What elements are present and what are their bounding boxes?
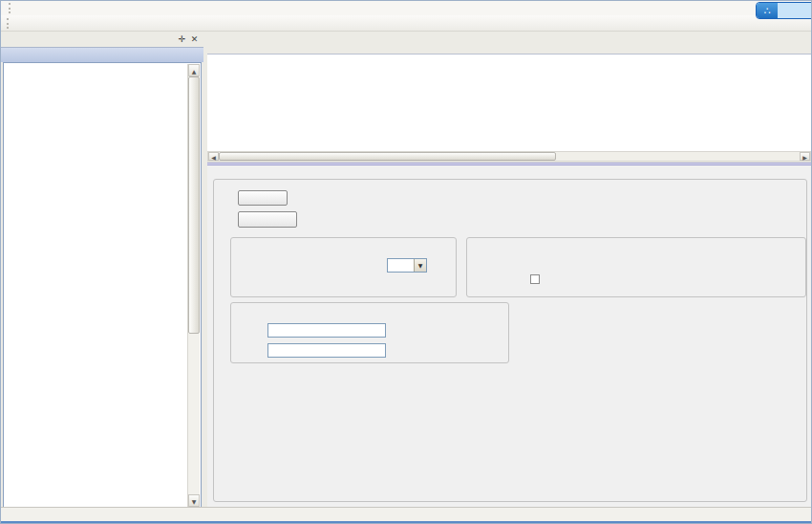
- filter-time-dropdown[interactable]: ▼: [387, 258, 427, 273]
- scroll-left-icon[interactable]: ◀: [208, 152, 219, 161]
- panel-header: ✛ ✕: [1, 32, 203, 47]
- hsc0-mode-input[interactable]: [267, 323, 386, 338]
- help-button[interactable]: [238, 190, 288, 206]
- hsc1-mode-input[interactable]: [267, 343, 386, 358]
- toolbar-grip: [7, 18, 10, 29]
- external-input-group: ▼: [230, 237, 457, 297]
- document-tab-strip: [207, 33, 811, 49]
- scroll-thumb[interactable]: [219, 152, 556, 161]
- drag-overlay-label: [778, 3, 812, 18]
- toolbar-grip: [9, 3, 11, 13]
- table-hscrollbar[interactable]: ◀ ▶: [207, 151, 811, 162]
- drag-overlay-button[interactable]: ∴: [756, 2, 812, 19]
- chevron-down-icon[interactable]: ▼: [414, 259, 426, 272]
- pin-icon[interactable]: ✛: [176, 34, 188, 44]
- external-output-group: [466, 237, 806, 297]
- close-icon[interactable]: ✕: [188, 34, 201, 44]
- main-toolbar: [1, 15, 811, 32]
- scroll-up-icon[interactable]: ▲: [188, 64, 200, 76]
- default-button[interactable]: [238, 211, 297, 228]
- hsc-group: [230, 302, 509, 363]
- scroll-thumb[interactable]: [188, 76, 200, 334]
- filter-time-value: [388, 259, 414, 272]
- project-tree: ▲ ▼: [3, 62, 202, 509]
- hardware-config-panel: ▼: [207, 165, 811, 507]
- tree-scrollbar[interactable]: ▲ ▼: [187, 64, 200, 507]
- project-manager-panel: ✛ ✕ ▲ ▼: [1, 32, 203, 509]
- tree-content: [5, 64, 187, 507]
- plc-software-window: ∴ ✛ ✕ ▲ ▼ ◀ ▶: [0, 0, 812, 524]
- share-icon: ∴: [757, 3, 778, 18]
- menu-bar: [1, 1, 811, 15]
- window-bottom-edge: [1, 521, 811, 523]
- scroll-right-icon[interactable]: ▶: [800, 152, 810, 161]
- scroll-track[interactable]: [556, 152, 800, 161]
- scroll-down-icon[interactable]: ▼: [188, 494, 200, 507]
- panel-tab-strip: [1, 47, 203, 62]
- module-table: [207, 54, 811, 151]
- select-all-checkbox[interactable]: [530, 274, 540, 284]
- status-bar: [1, 507, 811, 521]
